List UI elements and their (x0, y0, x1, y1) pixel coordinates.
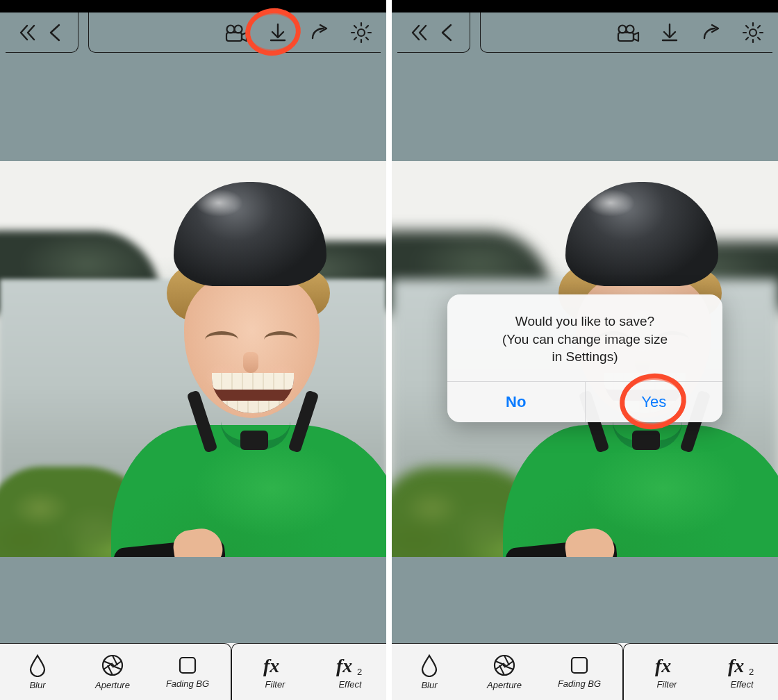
tool-blur[interactable]: Blur (0, 644, 75, 700)
square-icon (177, 655, 198, 676)
gear-icon (350, 22, 372, 44)
tool-filter[interactable]: fx Filter (629, 644, 704, 700)
download-button[interactable] (657, 20, 682, 45)
tool-label: Effect (338, 679, 361, 690)
dialog-yes-label: Yes (641, 393, 666, 411)
chevron-left-icon (45, 22, 66, 43)
svg-text:2: 2 (357, 667, 362, 676)
screen-right: Would you like to save? (You can change … (392, 0, 778, 700)
tool-aperture[interactable]: Aperture (467, 644, 542, 700)
record-button[interactable] (224, 20, 249, 45)
tool-fading-bg[interactable]: Fading BG (150, 644, 225, 700)
svg-text:fx: fx (655, 655, 671, 676)
download-button[interactable] (265, 20, 290, 45)
tool-label: Effect (730, 679, 753, 690)
share-button[interactable] (307, 20, 332, 45)
dialog-no-label: No (506, 393, 526, 411)
svg-point-12 (750, 29, 756, 36)
aperture-icon (101, 653, 124, 677)
record-button[interactable] (615, 20, 640, 45)
dialog-no-button[interactable]: No (447, 382, 585, 422)
status-bar (0, 0, 386, 12)
bottom-toolbar: Blur Aperture Fading BG (0, 643, 386, 700)
dialog-line: Would you like to save? (463, 312, 707, 331)
share-button[interactable] (699, 20, 724, 45)
svg-point-3 (358, 29, 365, 36)
svg-text:fx: fx (263, 655, 279, 676)
download-icon (659, 22, 680, 43)
share-icon (309, 22, 330, 43)
screen-left: Blur Aperture Fading BG (0, 0, 386, 700)
share-icon (701, 22, 722, 43)
tool-fading-bg[interactable]: Fading BG (542, 644, 617, 700)
svg-text:fx: fx (728, 655, 744, 676)
svg-rect-2 (226, 33, 242, 41)
aperture-icon (493, 653, 516, 677)
nav-left-group (397, 12, 470, 53)
tool-label: Fading BG (166, 678, 209, 689)
dialog-line: in Settings) (463, 348, 707, 366)
svg-text:fx: fx (336, 655, 352, 676)
svg-point-9 (619, 25, 627, 33)
dialog-message: Would you like to save? (You can change … (447, 294, 722, 381)
photo-subject (118, 182, 386, 557)
nav-right-group (480, 12, 772, 53)
nav-right-group (88, 12, 381, 53)
back-all-button[interactable] (407, 20, 432, 45)
save-dialog: Would you like to save? (You can change … (447, 294, 722, 422)
tool-effect[interactable]: fx2 Effect (313, 644, 386, 700)
svg-point-1 (235, 25, 242, 33)
tool-label: Blur (421, 680, 437, 690)
svg-text:2: 2 (749, 667, 754, 676)
nav-left-group (6, 12, 78, 53)
settings-button[interactable] (349, 20, 374, 45)
chevrons-left-icon (17, 22, 38, 43)
droplet-icon (27, 653, 48, 677)
fx2-icon: fx2 (727, 654, 757, 676)
tool-label: Fading BG (558, 678, 601, 689)
chevrons-left-icon (409, 22, 430, 43)
top-toolbar (0, 12, 386, 53)
gear-icon (742, 22, 764, 44)
dialog-buttons: No Yes (447, 381, 722, 422)
tool-label: Filter (657, 679, 677, 690)
photo-canvas[interactable] (0, 161, 386, 557)
status-bar (392, 0, 778, 12)
svg-point-0 (227, 25, 235, 33)
chevron-left-icon (437, 22, 458, 43)
tool-filter[interactable]: fx Filter (238, 644, 313, 700)
tool-label: Blur (29, 680, 45, 690)
top-toolbar (392, 12, 778, 53)
svg-point-10 (627, 25, 634, 33)
svg-rect-5 (180, 658, 195, 673)
back-button[interactable] (43, 20, 68, 45)
tool-blur[interactable]: Blur (392, 644, 467, 700)
video-camera-icon (616, 22, 640, 43)
download-icon (267, 22, 288, 43)
dialog-yes-button[interactable]: Yes (585, 382, 723, 422)
video-camera-icon (224, 22, 248, 43)
fx2-icon: fx2 (335, 654, 365, 676)
bottom-toolbar: Blur Aperture Fading BG (392, 643, 778, 700)
tool-label: Aperture (95, 680, 130, 690)
tool-label: Filter (265, 679, 285, 690)
svg-rect-14 (572, 658, 587, 673)
back-all-button[interactable] (15, 20, 40, 45)
tool-aperture[interactable]: Aperture (75, 644, 150, 700)
fx-icon: fx (654, 654, 680, 676)
dialog-line: (You can change image size (463, 331, 707, 349)
square-icon (569, 655, 590, 676)
back-button[interactable] (435, 20, 460, 45)
droplet-icon (419, 653, 440, 677)
tool-effect[interactable]: fx2 Effect (704, 644, 778, 700)
svg-rect-11 (618, 33, 634, 41)
fx-icon: fx (262, 654, 288, 676)
tool-label: Aperture (487, 680, 522, 690)
settings-button[interactable] (740, 20, 765, 45)
